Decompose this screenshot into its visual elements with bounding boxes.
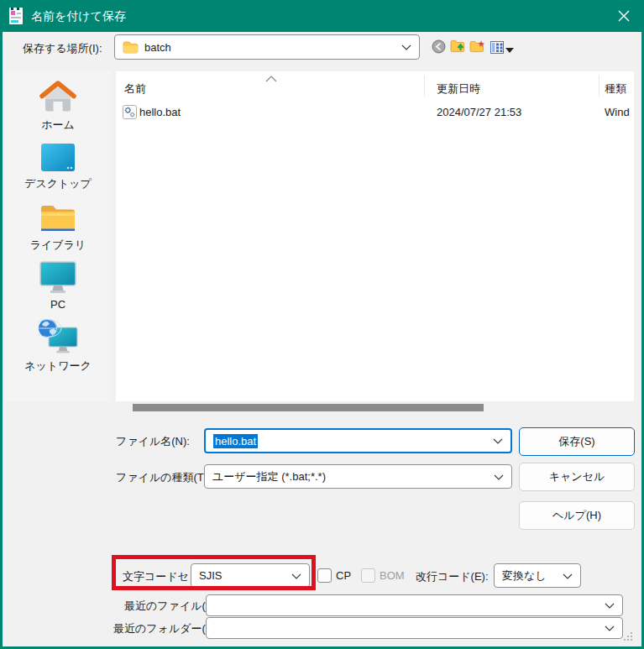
save-location-value: batch	[144, 41, 171, 54]
newline-code-combobox[interactable]: 変換なし	[494, 563, 581, 588]
library-folder-icon	[39, 202, 76, 234]
sidebar-item-label: ライブラリ	[30, 238, 86, 253]
column-separator[interactable]	[424, 76, 425, 97]
terapad-document-icon	[9, 8, 23, 24]
caret-down-icon	[505, 48, 514, 53]
file-modified: 2024/07/27 21:53	[437, 106, 521, 118]
recent-folders-label: 最近のフォルダー(D):	[113, 621, 220, 636]
save-location-combobox[interactable]: batch	[114, 34, 420, 60]
chevron-down-icon	[494, 474, 504, 480]
sort-ascending-chevron	[265, 76, 277, 82]
filetype-combobox[interactable]: ユーザー指定 (*.bat;*.*)	[204, 464, 512, 489]
desktop-icon	[40, 143, 76, 173]
close-icon	[618, 10, 630, 22]
file-type: Wind	[605, 106, 630, 118]
sidebar-item-label: PC	[50, 298, 65, 311]
window-title: 名前を付けて保存	[31, 0, 126, 32]
sidebar-item-home[interactable]: ホーム	[5, 79, 111, 133]
column-header-type[interactable]: 種類	[605, 81, 626, 97]
titlebar: 名前を付けて保存	[0, 0, 644, 32]
sidebar-item-label: ホーム	[41, 118, 75, 133]
newline-code-label: 改行コード(E):	[416, 569, 489, 584]
close-button[interactable]	[604, 0, 644, 32]
chevron-down-icon	[605, 603, 615, 609]
filename-combobox[interactable]: hello.bat	[204, 428, 512, 453]
sidebar-item-label: ネットワーク	[24, 359, 92, 374]
help-button[interactable]: ヘルプ(H)	[519, 501, 635, 530]
bom-checkbox	[361, 568, 375, 583]
file-list: 名前 更新日時 種類 hello.bat 2024/07/27 21:53 Wi…	[116, 71, 634, 401]
horizontal-scrollbar[interactable]	[116, 402, 634, 412]
resize-grip[interactable]	[622, 631, 634, 645]
view-menu-icon	[490, 41, 504, 54]
sidebar-item-pc[interactable]: PC	[5, 261, 111, 311]
new-folder-button[interactable]	[469, 38, 485, 55]
filename-value: hello.bat	[213, 434, 258, 448]
column-header-modified[interactable]: 更新日時	[437, 81, 480, 97]
up-one-level-button[interactable]	[449, 38, 466, 55]
recent-folders-combobox[interactable]	[206, 617, 623, 639]
filename-label: ファイル名(N):	[116, 434, 190, 449]
home-icon	[39, 79, 77, 114]
newline-code-value: 変換なし	[502, 568, 547, 584]
save-location-label: 保存する場所(I):	[23, 41, 102, 56]
encoding-value: SJIS	[199, 569, 222, 582]
bom-checkbox-label: BOM	[380, 569, 405, 582]
sidebar-item-library[interactable]: ライブラリ	[5, 202, 111, 253]
sidebar-item-label: デスクトップ	[24, 176, 92, 191]
view-menu-button[interactable]	[489, 39, 505, 55]
view-menu-dropdown[interactable]	[504, 42, 516, 59]
column-header-name[interactable]: 名前	[124, 81, 146, 97]
chevron-down-icon	[401, 44, 411, 50]
filetype-label: ファイルの種類(T):	[116, 470, 211, 485]
recent-files-label: 最近のファイル(F):	[124, 599, 219, 614]
filetype-value: ユーザー指定 (*.bat;*.*)	[212, 469, 326, 484]
save-button[interactable]: 保存(S)	[519, 427, 635, 456]
chevron-down-icon	[563, 573, 573, 579]
chevron-down-icon	[605, 625, 615, 631]
recent-files-combobox[interactable]	[206, 594, 623, 616]
file-name: hello.bat	[139, 106, 181, 118]
scrollbar-thumb[interactable]	[133, 404, 484, 411]
sidebar-item-network[interactable]: ネットワーク	[5, 318, 111, 374]
chevron-down-icon	[291, 573, 301, 579]
pc-monitor-icon	[39, 261, 76, 295]
up-one-level-icon	[450, 39, 466, 54]
resize-grip-icon	[622, 631, 634, 642]
network-icon	[38, 318, 78, 355]
column-separator[interactable]	[599, 76, 599, 97]
batch-file-icon	[123, 105, 137, 119]
back-button[interactable]	[430, 38, 447, 55]
places-sidebar: ホーム デスクトップ ライブラリ	[5, 71, 111, 401]
encoding-combobox[interactable]: SJIS	[191, 563, 310, 588]
file-row-hello-bat[interactable]: hello.bat 2024/07/27 21:53 Wind	[116, 103, 634, 123]
chevron-down-icon	[493, 438, 503, 444]
cp-checkbox[interactable]	[317, 568, 332, 583]
folder-icon	[123, 41, 139, 54]
cancel-button[interactable]: キャンセル	[519, 463, 635, 491]
back-icon	[432, 39, 446, 54]
sidebar-item-desktop[interactable]: デスクトップ	[5, 143, 111, 191]
new-folder-icon	[469, 39, 485, 54]
cp-checkbox-label: CP	[336, 569, 351, 582]
save-as-dialog: 名前を付けて保存 保存する場所(I): batch	[0, 0, 644, 649]
